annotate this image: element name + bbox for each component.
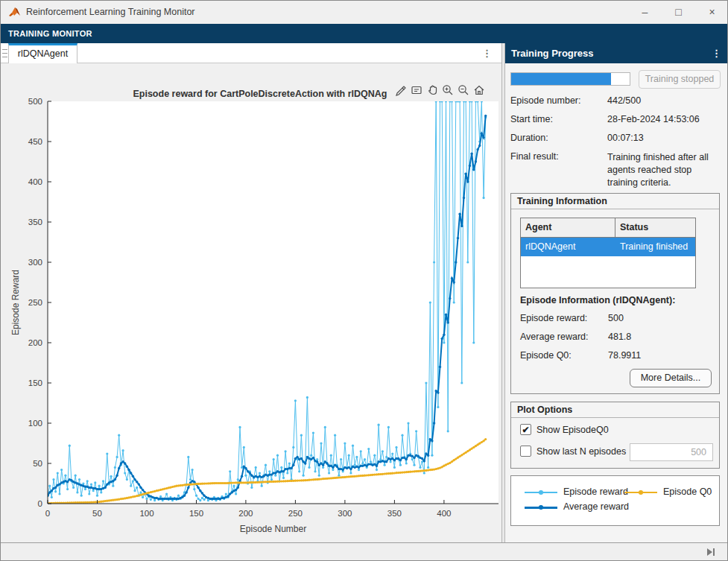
svg-text:300: 300 <box>338 509 352 518</box>
episode-number-label: Episode number: <box>510 95 604 106</box>
svg-text:200: 200 <box>28 338 42 347</box>
document-tab-strip: rlDQNAgent ⋮ <box>1 43 501 63</box>
expand-right-icon[interactable] <box>705 547 717 560</box>
svg-text:Episode Number: Episode Number <box>240 524 306 534</box>
episode-information-title: Episode Information (rlDQNAgent): <box>520 295 675 305</box>
zoom-out-icon[interactable] <box>457 83 470 98</box>
svg-text:500: 500 <box>28 97 42 106</box>
episode-q0-legend-line <box>624 492 657 493</box>
matlab-logo-icon <box>8 6 21 21</box>
training-information-title: Training Information <box>511 194 719 209</box>
maximize-button[interactable]: □ <box>662 1 695 24</box>
svg-text:0: 0 <box>45 509 50 518</box>
training-information-panel: Training Information Agent Status rlDQNA… <box>510 193 720 394</box>
svg-text:250: 250 <box>28 298 42 307</box>
export-icon[interactable] <box>394 83 408 98</box>
chart-legend: Episode reward Average reward Episode Q0 <box>510 475 720 526</box>
panel-menu-icon[interactable]: ⋮ <box>712 43 721 63</box>
episode-reward-label: Episode reward: <box>520 313 587 323</box>
svg-text:100: 100 <box>28 419 42 428</box>
agent-cell[interactable]: rlDQNAgent <box>521 238 615 256</box>
svg-text:450: 450 <box>28 137 42 146</box>
svg-text:50: 50 <box>33 459 42 468</box>
final-result-label: Final result: <box>510 151 604 162</box>
episode-reward-value: 500 <box>608 313 624 323</box>
tab-overflow-icon[interactable]: ⋮ <box>482 43 492 63</box>
final-result-value: Training finished after all agents reach… <box>607 151 721 189</box>
ribbon-bar: TRAINING MONITOR <box>1 24 728 43</box>
episode-number-value: 442/500 <box>607 95 721 106</box>
agent-status-table[interactable]: Agent Status rlDQNAgent Training finishe… <box>520 218 696 288</box>
drag-grip-icon[interactable] <box>2 49 7 57</box>
training-progress-panel: Training stopped Episode number: 442/500… <box>505 63 728 542</box>
duration-value: 00:07:13 <box>607 133 721 143</box>
minimize-button[interactable]: – <box>628 1 662 24</box>
more-details-button[interactable]: More Details... <box>630 369 712 387</box>
svg-text:200: 200 <box>238 509 253 518</box>
training-progress-title: Training Progress <box>511 43 594 63</box>
last-n-episodes-input[interactable]: 500 <box>630 443 713 461</box>
app-window: Reinforcement Learning Training Monitor … <box>0 0 728 561</box>
svg-text:0: 0 <box>38 499 42 508</box>
title-bar: Reinforcement Learning Training Monitor … <box>1 1 728 24</box>
svg-text:350: 350 <box>28 218 42 226</box>
svg-text:400: 400 <box>437 509 451 518</box>
svg-text:250: 250 <box>288 509 303 518</box>
svg-text:100: 100 <box>139 509 153 518</box>
average-reward-label: Average reward: <box>520 332 589 342</box>
average-reward-value: 481.8 <box>608 332 631 342</box>
window-title: Reinforcement Learning Training Monitor <box>26 1 195 24</box>
close-button[interactable]: × <box>695 1 728 24</box>
svg-text:150: 150 <box>189 509 203 518</box>
status-bar <box>1 542 728 561</box>
datatips-icon[interactable] <box>410 83 423 98</box>
episode-reward-legend-line <box>525 492 557 493</box>
training-stopped-button[interactable]: Training stopped <box>639 70 721 89</box>
episode-q0-value: 78.9911 <box>608 350 641 361</box>
progress-bar-fill <box>511 73 611 85</box>
figure-area: 0501001502002503003504000501001502002503… <box>1 63 501 542</box>
agent-column-header: Agent <box>521 218 615 237</box>
duration-label: Duration: <box>510 133 604 143</box>
svg-text:150: 150 <box>28 378 42 387</box>
show-last-n-checkbox[interactable] <box>520 446 531 457</box>
svg-text:Episode reward for CartPoleDis: Episode reward for CartPoleDiscreteActio… <box>133 89 387 99</box>
pan-icon[interactable] <box>425 83 439 98</box>
svg-text:50: 50 <box>92 509 102 518</box>
show-episodeq0-label: Show EpisodeQ0 <box>536 425 609 435</box>
reward-plot[interactable]: 0501001502002503003504000501001502002503… <box>1 63 501 542</box>
home-icon[interactable] <box>472 83 486 98</box>
table-header-row: Agent Status <box>521 218 695 238</box>
ribbon-tab-training-monitor[interactable]: TRAINING MONITOR <box>8 24 92 43</box>
svg-text:350: 350 <box>387 509 402 518</box>
zoom-in-icon[interactable] <box>441 83 455 98</box>
svg-text:300: 300 <box>28 258 42 267</box>
start-time-value: 28-Feb-2024 14:53:06 <box>607 114 721 124</box>
tab-rldqnagent[interactable]: rlDQNAgent <box>8 43 77 63</box>
average-reward-legend-label: Average reward <box>563 501 629 512</box>
show-last-n-label: Show last N episodes <box>536 446 626 457</box>
start-time-label: Start time: <box>510 114 604 124</box>
episode-q0-label: Episode Q0: <box>520 350 572 361</box>
episode-reward-legend-label: Episode reward <box>563 486 628 497</box>
episode-q0-legend-label: Episode Q0 <box>663 486 712 497</box>
progress-bar <box>510 72 630 86</box>
axes-toolbar <box>394 83 486 98</box>
plot-options-panel: Plot Options ✔ Show EpisodeQ0 Show last … <box>510 402 720 469</box>
plot-options-title: Plot Options <box>511 402 719 418</box>
show-episodeq0-checkbox[interactable]: ✔ <box>520 424 531 435</box>
status-cell[interactable]: Training finished <box>615 238 695 256</box>
average-reward-legend-line <box>525 507 557 509</box>
svg-text:Episode Reward: Episode Reward <box>10 270 21 335</box>
status-column-header: Status <box>615 218 695 237</box>
training-progress-header: Training Progress ⋮ <box>505 43 728 63</box>
table-row[interactable]: rlDQNAgent Training finished <box>521 238 695 256</box>
svg-text:400: 400 <box>28 177 42 186</box>
